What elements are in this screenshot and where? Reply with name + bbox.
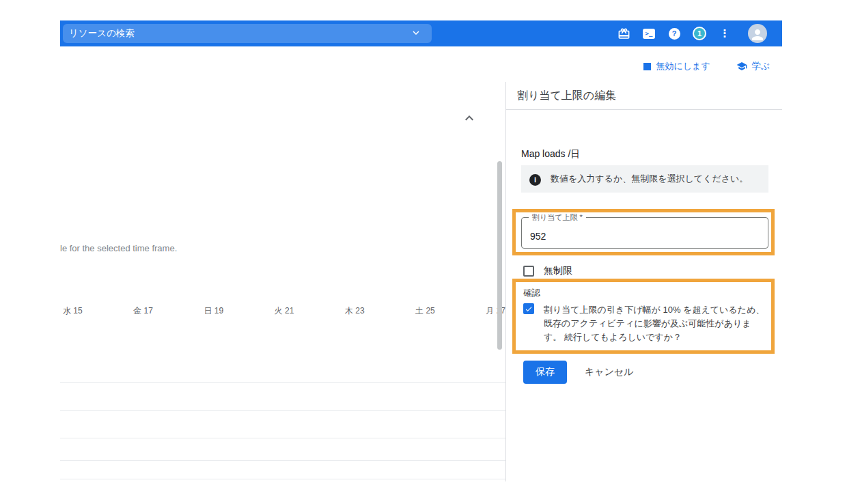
app-bar: リソースの検索 >_ ? 1 ⋮ — [60, 20, 782, 46]
panel-actions: 保存 キャンセル — [523, 361, 642, 384]
axis-label: 水 15 — [63, 305, 83, 317]
table-row-divider — [60, 410, 505, 411]
panel-title: 割り当て上限の編集 — [517, 89, 616, 103]
unlimited-checkbox-row[interactable]: 無制限 — [523, 265, 572, 277]
notification-count: 1 — [693, 27, 706, 40]
notifications-badge[interactable]: 1 — [692, 26, 707, 41]
stop-icon — [643, 63, 651, 70]
axis-label: 木 23 — [345, 305, 365, 317]
metric-label: Map loads /日 — [521, 148, 580, 160]
confirm-text: 割り当て上限の引き下げ幅が 10% を超えているため、既存のアクティビティに影響… — [544, 303, 766, 344]
axis-label: 日 19 — [204, 305, 223, 317]
unlimited-label: 無制限 — [544, 265, 572, 277]
table-row-divider — [60, 479, 505, 479]
quota-limit-field[interactable]: 割り当て上限 * — [521, 217, 768, 249]
axis-label: 火 21 — [275, 305, 294, 317]
cancel-button[interactable]: キャンセル — [577, 361, 642, 384]
app-bar-actions: >_ ? 1 ⋮ — [616, 24, 782, 43]
chart-area: le for the selected time frame. 水 15 金 1… — [60, 82, 505, 481]
search-bar-label: リソースの検索 — [69, 27, 135, 40]
unlimited-checkbox[interactable] — [523, 266, 534, 277]
vertical-scrollbar[interactable] — [497, 161, 502, 350]
axis-label: 土 25 — [415, 305, 435, 317]
table-row-divider — [60, 382, 505, 383]
disable-label: 無効にします — [656, 60, 710, 72]
table-row-divider — [60, 460, 505, 461]
confirm-checkbox-row[interactable]: 割り当て上限の引き下げ幅が 10% を超えているため、既存のアクティビティに影響… — [523, 303, 766, 344]
gift-icon[interactable] — [616, 26, 631, 41]
person-icon — [749, 27, 766, 43]
disable-button[interactable]: 無効にします — [643, 60, 710, 72]
learn-label: 学ぶ — [752, 60, 770, 72]
table-row-divider — [60, 438, 505, 438]
save-button[interactable]: 保存 — [523, 361, 567, 384]
divider — [506, 109, 782, 110]
more-vertical-icon[interactable]: ⋮ — [717, 26, 732, 41]
collapse-chart-icon[interactable] — [460, 109, 478, 127]
axis-label: 月 27 — [486, 305, 505, 317]
check-icon — [525, 305, 533, 313]
info-icon: i — [529, 174, 541, 186]
search-bar[interactable]: リソースの検索 — [63, 24, 432, 43]
page-toolbar: 無効にします 学ぶ — [643, 60, 770, 72]
quota-limit-input[interactable] — [522, 218, 768, 248]
avatar[interactable] — [748, 24, 767, 43]
page: リソースの検索 >_ ? 1 ⋮ — [0, 0, 847, 504]
info-text: 数値を入力するか、無制限を選択してください。 — [551, 172, 748, 186]
no-data-message: le for the selected time frame. — [60, 243, 177, 253]
school-icon — [736, 61, 747, 72]
learn-button[interactable]: 学ぶ — [736, 60, 770, 72]
axis-label: 金 17 — [133, 305, 153, 317]
help-icon[interactable]: ? — [667, 26, 682, 41]
cloud-shell-icon[interactable]: >_ — [641, 26, 656, 41]
info-banner: i 数値を入力するか、無制限を選択してください。 — [521, 165, 768, 193]
confirm-checkbox[interactable] — [523, 303, 534, 314]
chevron-down-icon — [410, 27, 422, 41]
edit-quota-panel: 割り当て上限の編集 Map loads /日 i 数値を入力するか、無制限を選択… — [505, 82, 782, 481]
confirm-section-label: 確認 — [523, 288, 540, 299]
x-axis-labels: 水 15 金 17 日 19 火 21 木 23 土 25 月 27 — [63, 305, 505, 317]
